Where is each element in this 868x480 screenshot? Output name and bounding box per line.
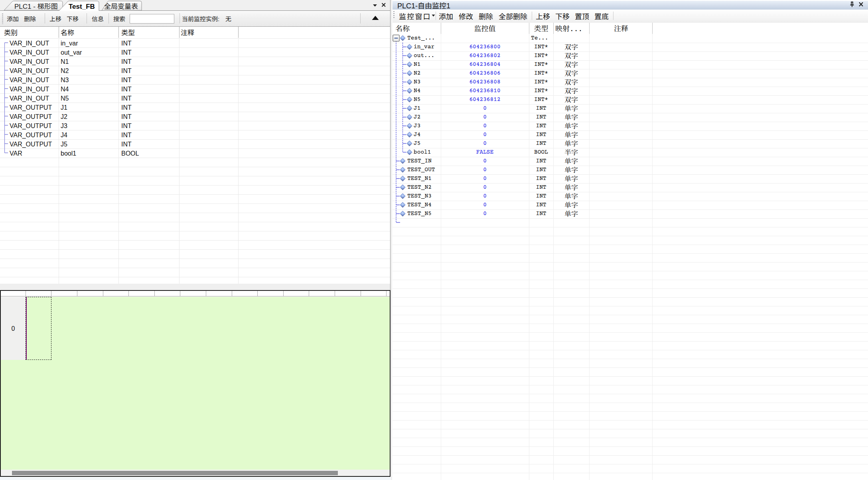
pane-bottom-strip (0, 477, 391, 480)
table-row[interactable]: VAR_OUTPUTJ3INT (0, 121, 390, 130)
watch-delete-all-button[interactable]: 全部删除 (499, 10, 527, 23)
table-row[interactable]: VAR_IN_OUTout_varINT (0, 47, 390, 57)
column-separator (118, 27, 119, 38)
cell-category: VAR_OUTPUT (10, 112, 52, 121)
watch-header-name: 名称 (395, 23, 410, 34)
ladder-selection-cell[interactable] (26, 297, 51, 360)
move-down-button[interactable]: 下移 (67, 11, 79, 26)
monitor-instance-label: 当前监控实例: (182, 11, 219, 26)
tab-close-button[interactable] (380, 1, 388, 9)
toolbar-grip-handle[interactable] (2, 14, 3, 24)
table-row[interactable]: VAR_IN_OUTN5INT (0, 93, 390, 103)
cell-name: J1 (61, 103, 67, 112)
cell-type: INT (121, 57, 132, 66)
cell-type: INT (121, 75, 132, 84)
cell-category: VAR_IN_OUT (10, 57, 49, 66)
ladder-column-ruler (1, 291, 390, 296)
ladder-hscrollbar[interactable] (1, 470, 390, 476)
cell-type: INT (121, 112, 132, 121)
column-separator (59, 27, 59, 38)
close-icon (859, 2, 863, 6)
pane-splitter[interactable] (391, 0, 392, 480)
table-row[interactable]: VAR_OUTPUTJ2INT (0, 112, 390, 121)
table-row[interactable]: VAR_OUTPUTJ1INT (0, 103, 390, 112)
monitor-instance-value: 无 (225, 11, 231, 26)
ruler-tick (335, 291, 335, 296)
column-header-type: 类型 (121, 27, 135, 38)
table-row[interactable]: VAR_IN_OUTN3INT (0, 75, 390, 84)
table-row[interactable]: VAR_IN_OUTN1INT (0, 57, 390, 66)
column-separator (238, 27, 239, 38)
cell-category: VAR (10, 148, 22, 158)
move-up-button[interactable]: 上移 (49, 11, 61, 26)
ruler-tick (257, 291, 258, 296)
info-button[interactable]: 信息 (92, 11, 104, 26)
delete-button[interactable]: 删除 (24, 11, 36, 26)
table-row[interactable]: VAR_IN_OUTin_varINT (0, 38, 390, 47)
toolbar-separator (87, 13, 87, 24)
cell-type: INT (121, 66, 132, 75)
watch-move-top-button[interactable]: 置顶 (575, 10, 589, 23)
tab-list-dropdown-button[interactable] (371, 2, 379, 9)
table-row[interactable]: VAR_IN_OUTN4INT (0, 84, 390, 93)
table-row[interactable]: VARbool1BOOL (0, 148, 390, 158)
table-row[interactable]: VAR_OUTPUTJ4INT (0, 130, 390, 139)
toolbar-separator (45, 13, 45, 24)
triangle-up-icon (372, 16, 379, 20)
cell-name: N2 (61, 66, 69, 75)
watch-move-up-button[interactable]: 上移 (536, 10, 550, 23)
cell-type: INT (121, 47, 132, 57)
tab-shapes (0, 0, 391, 12)
watch-move-down-button[interactable]: 下移 (555, 10, 570, 23)
cell-type: INT (121, 93, 132, 103)
pin-panel-button[interactable] (849, 1, 855, 8)
search-input[interactable] (130, 14, 174, 24)
horizontal-splitter[interactable] (0, 284, 391, 290)
ruler-tick (26, 291, 26, 296)
cell-name: N4 (61, 84, 69, 93)
ruler-tick (154, 291, 155, 296)
tab-label-test-fb: Test_FB (69, 1, 95, 10)
ladder-hscrollbar-thumb[interactable] (12, 471, 338, 475)
cell-type: BOOL (121, 148, 139, 158)
tab-label-global-var-table: 全局变量表 (104, 1, 138, 10)
cell-category: VAR_OUTPUT (10, 121, 52, 130)
ruler-tick (283, 291, 284, 296)
watch-move-bottom-button[interactable]: 置底 (594, 10, 609, 23)
plc-ide-window: PLC1 - 梯形图 Test_FB 全局变量表 添加 删除 上移 下移 信息 … (0, 0, 868, 480)
cell-name: J2 (61, 112, 67, 121)
cell-category: VAR_IN_OUT (10, 47, 49, 57)
variable-editor-toolbar: 添加 删除 上移 下移 信息 搜索 当前监控实例: 无 (0, 11, 391, 27)
close-panel-button[interactable] (858, 1, 864, 8)
cell-name: J5 (61, 139, 67, 148)
table-row[interactable]: VAR_IN_OUTN2INT (0, 66, 390, 75)
cell-category: VAR_OUTPUT (10, 139, 52, 148)
ruler-tick (77, 291, 77, 296)
watch-modify-button[interactable]: 修改 (459, 10, 473, 23)
collapse-panel-button[interactable] (370, 15, 381, 23)
cell-name: J4 (61, 130, 67, 139)
column-header-name: 名称 (61, 27, 74, 38)
cell-category: VAR_IN_OUT (10, 84, 49, 93)
toolbar-separator (360, 13, 361, 24)
document-tabbar: PLC1 - 梯形图 Test_FB 全局变量表 (0, 0, 391, 11)
cell-name: N5 (61, 93, 69, 103)
cell-type: INT (121, 103, 132, 112)
ruler-tick (386, 291, 387, 296)
watch-panel-title: PLC1-自由监控1 (397, 1, 450, 10)
ladder-canvas[interactable] (1, 297, 390, 470)
table-row[interactable]: VAR_OUTPUTJ5INT (0, 139, 390, 148)
cell-category: VAR_IN_OUT (10, 75, 49, 84)
search-button[interactable]: 搜索 (113, 11, 125, 26)
variable-table: 类别 名称 类型 注释 VAR_IN_OUTin_varINTVAR_IN_OU… (0, 27, 391, 284)
watch-panel-titlebar[interactable]: PLC1-自由监控1 (393, 1, 868, 10)
watch-toolbar-grip-handle[interactable] (393, 11, 395, 19)
ruler-tick (309, 291, 309, 296)
watch-delete-button[interactable]: 删除 (479, 10, 493, 23)
watch-add-button[interactable]: 添加 (439, 10, 453, 23)
watch-panel (391, 0, 868, 480)
cell-name: out_var (61, 47, 82, 57)
rung-number: 0 (1, 297, 26, 360)
add-button[interactable]: 添加 (7, 11, 19, 26)
monitor-window-menu-button[interactable]: 监控窗口 (399, 10, 431, 23)
